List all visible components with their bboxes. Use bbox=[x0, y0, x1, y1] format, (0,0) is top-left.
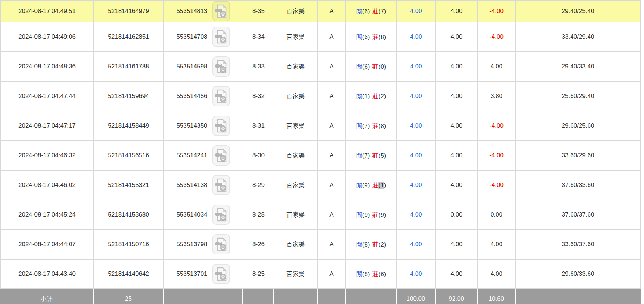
bet-history-table: 2024-08-17 04:49:51 521814164979 5535148… bbox=[0, 0, 641, 304]
bet-amount-cell[interactable]: 4.00 bbox=[397, 1, 436, 22]
win-loss-cell: 4.00 bbox=[478, 230, 516, 260]
video-replay-button[interactable] bbox=[212, 116, 230, 136]
player-score: (6) bbox=[362, 34, 370, 40]
video-replay-button[interactable] bbox=[212, 145, 230, 166]
banker-label: 莊 bbox=[372, 8, 379, 15]
video-replay-button[interactable] bbox=[212, 205, 230, 225]
game-type-cell: 百家樂 bbox=[274, 171, 318, 200]
result-cell: 閒(9)莊(9) bbox=[346, 200, 397, 230]
video-replay-button[interactable] bbox=[212, 56, 230, 77]
bet-record-row: 2024-08-17 04:49:51 521814164979 5535148… bbox=[0, 1, 641, 22]
video-replay-button[interactable] bbox=[212, 1, 230, 21]
bet-record-row: 2024-08-17 04:44:07 521814150716 5535137… bbox=[0, 230, 641, 260]
game-id-cell: 553514350 bbox=[164, 111, 243, 141]
video-file-reel-icon bbox=[215, 59, 227, 74]
bet-amount-cell[interactable]: 4.00 bbox=[397, 230, 436, 260]
banker-label: 莊 bbox=[372, 34, 379, 40]
game-type-cell: 百家樂 bbox=[274, 200, 318, 230]
balance-cell: 37.60/37.60 bbox=[516, 200, 641, 230]
video-replay-button[interactable] bbox=[212, 234, 230, 254]
bet-amount-cell[interactable]: 4.00 bbox=[397, 22, 436, 52]
table-number-cell: 8-31 bbox=[243, 111, 274, 141]
game-type-cell: 百家樂 bbox=[274, 141, 318, 171]
balance-cell: 29.60/33.60 bbox=[516, 260, 641, 289]
bet-time-cell: 2024-08-17 04:47:17 bbox=[0, 111, 94, 141]
bet-record-row: 2024-08-17 04:47:44 521814159694 5535144… bbox=[0, 82, 641, 111]
balance-cell: 29.60/25.60 bbox=[516, 111, 641, 141]
valid-bet-cell: 4.00 bbox=[436, 111, 478, 141]
game-id-text: 553514708 bbox=[176, 33, 207, 40]
video-replay-button[interactable] bbox=[212, 27, 230, 47]
bet-record-row: 2024-08-17 04:48:36 521814161788 5535145… bbox=[0, 52, 641, 82]
video-file-reel-icon bbox=[215, 178, 227, 192]
game-id-text: 553513701 bbox=[176, 270, 207, 278]
game-id-text: 553513798 bbox=[176, 241, 207, 248]
player-score: (7) bbox=[362, 123, 370, 129]
win-loss-cell: 4.00 bbox=[478, 260, 516, 289]
subtotal-empty-cell bbox=[243, 289, 274, 304]
player-label: 閒 bbox=[356, 93, 362, 100]
bet-id-cell: 521814162851 bbox=[94, 22, 164, 52]
bet-time-cell: 2024-08-17 04:49:51 bbox=[0, 1, 94, 22]
bet-time-cell: 2024-08-17 04:47:44 bbox=[0, 82, 94, 111]
bet-amount-cell[interactable]: 4.00 bbox=[397, 200, 436, 230]
room-cell: A bbox=[318, 22, 346, 52]
video-replay-button[interactable] bbox=[212, 86, 230, 106]
table-number-cell: 8-34 bbox=[243, 22, 274, 52]
player-label: 閒 bbox=[356, 182, 362, 189]
room-cell: A bbox=[318, 1, 346, 22]
table-number-cell: 8-28 bbox=[243, 200, 274, 230]
game-type-cell: 百家樂 bbox=[274, 1, 318, 22]
player-label: 閒 bbox=[356, 63, 362, 70]
bet-amount-cell[interactable]: 4.00 bbox=[397, 52, 436, 82]
table-number-cell: 8-32 bbox=[243, 82, 274, 111]
bet-amount-cell[interactable]: 4.00 bbox=[397, 141, 436, 171]
player-score: (6) bbox=[362, 8, 370, 15]
game-id-text: 553514034 bbox=[176, 211, 207, 218]
table-number-cell: 8-30 bbox=[243, 141, 274, 171]
table-number-cell: 8-33 bbox=[243, 52, 274, 82]
subtotal-empty-cell bbox=[318, 289, 346, 304]
game-type-cell: 百家樂 bbox=[274, 111, 318, 141]
banker-score: (2) bbox=[379, 241, 386, 248]
bet-record-row: 2024-08-17 04:46:02 521814155321 5535141… bbox=[0, 171, 641, 200]
banker-label: 莊 bbox=[372, 63, 379, 70]
bet-id-cell: 521814159694 bbox=[94, 82, 164, 111]
room-cell: A bbox=[318, 82, 346, 111]
bet-amount-cell[interactable]: 4.00 bbox=[397, 82, 436, 111]
win-loss-cell: 4.00 bbox=[478, 52, 516, 82]
player-score: (6) bbox=[362, 63, 370, 70]
bet-id-cell: 521814155321 bbox=[94, 171, 164, 200]
valid-bet-cell: 4.00 bbox=[436, 52, 478, 82]
banker-score: (8) bbox=[379, 34, 386, 40]
video-replay-button[interactable] bbox=[212, 175, 230, 195]
win-loss-cell: -4.00 bbox=[478, 1, 516, 22]
valid-bet-cell: 4.00 bbox=[436, 1, 478, 22]
balance-cell: 33.60/29.60 bbox=[516, 141, 641, 171]
player-label: 閒 bbox=[356, 271, 362, 278]
bet-amount-cell[interactable]: 4.00 bbox=[397, 171, 436, 200]
banker-score: (7) bbox=[379, 8, 386, 15]
game-id-cell: 553514241 bbox=[164, 141, 243, 171]
bet-amount-cell[interactable]: 4.00 bbox=[397, 111, 436, 141]
bet-record-row: 2024-08-17 04:45:24 521814153680 5535140… bbox=[0, 200, 641, 230]
bet-amount-cell[interactable]: 4.00 bbox=[397, 260, 436, 289]
video-replay-button[interactable] bbox=[212, 264, 230, 284]
bet-id-cell: 521814153680 bbox=[94, 200, 164, 230]
game-id-cell: 553514708 bbox=[164, 22, 243, 52]
subtotal-empty-cell bbox=[274, 289, 318, 304]
bet-time-cell: 2024-08-17 04:46:32 bbox=[0, 141, 94, 171]
room-cell: A bbox=[318, 171, 346, 200]
video-file-reel-icon bbox=[215, 148, 227, 163]
subtotal-label: 小計 bbox=[0, 289, 94, 304]
banker-score: (0) bbox=[379, 63, 386, 70]
banker-score: (6) bbox=[379, 271, 386, 278]
player-label: 閒 bbox=[356, 241, 362, 248]
subtotal-empty-cell bbox=[346, 289, 397, 304]
player-score: (8) bbox=[362, 241, 370, 248]
video-file-reel-icon bbox=[215, 30, 227, 44]
video-file-reel-icon bbox=[215, 237, 227, 252]
banker-label: 莊 bbox=[372, 271, 379, 278]
player-label: 閒 bbox=[356, 152, 362, 159]
bet-time-cell: 2024-08-17 04:48:36 bbox=[0, 52, 94, 82]
